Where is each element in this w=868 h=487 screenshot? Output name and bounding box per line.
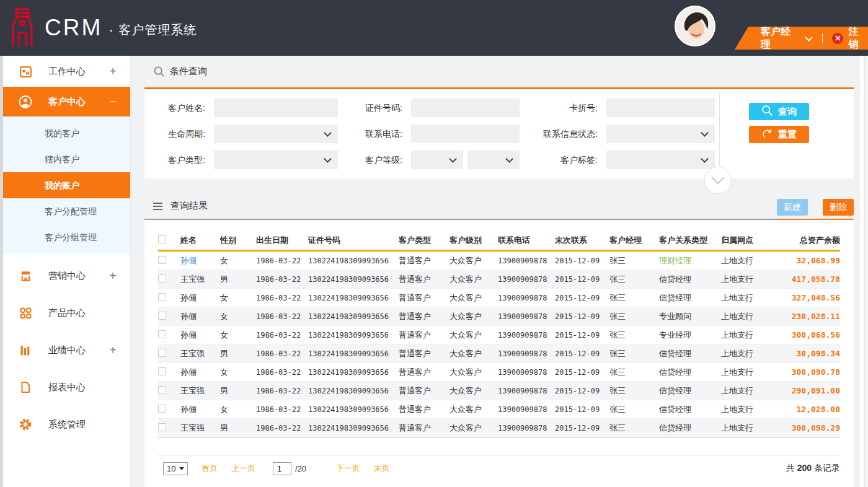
customer-level-select-1[interactable] (411, 151, 463, 169)
content-scrollbar[interactable] (858, 56, 865, 487)
expand-plus-icon[interactable]: + (109, 269, 117, 283)
row-checkbox[interactable] (158, 423, 166, 431)
record-count: 共 200 条记录 (786, 463, 840, 474)
row-checkbox[interactable] (158, 293, 166, 301)
next-page-link[interactable]: 下一页 (336, 463, 360, 474)
row-checkbox[interactable] (158, 367, 166, 375)
cell-name: 孙俪 (180, 292, 220, 304)
table-row: 孙俪女1986-03-22130224198309093656普通客户大众客户1… (158, 363, 840, 382)
expand-plus-icon[interactable]: + (109, 64, 117, 79)
logout-icon[interactable] (832, 33, 843, 44)
customer-type-select[interactable] (214, 151, 338, 169)
sidebar-item-performance-center[interactable]: 业绩中心+ (0, 335, 130, 366)
cell-last: 2015-12-09 (555, 275, 609, 284)
page-number-input[interactable] (273, 462, 291, 475)
cell-gender: 女 (220, 255, 256, 266)
column-header-id: 证件号码 (308, 235, 399, 246)
record-count-suffix: 条记录 (814, 463, 840, 473)
sidebar-item-label: 工作中心 (48, 66, 86, 77)
sidebar-item-customer-center[interactable]: 客户中心− (0, 87, 130, 116)
contact-phone-input[interactable] (411, 125, 520, 143)
sidebar-submenu: 我的客户辖内客户我的账户客户分配管理客户分组管理 (0, 116, 130, 254)
grid-icon (19, 306, 32, 320)
sidebar-subitem-我的账户[interactable]: 我的账户 (0, 172, 130, 198)
sidebar-item-label: 业绩中心 (48, 344, 86, 356)
last-page-link[interactable]: 末页 (374, 463, 390, 474)
sidebar-scrollbar[interactable] (0, 56, 3, 487)
life-cycle-select[interactable] (214, 125, 338, 143)
card-number-input[interactable] (606, 99, 715, 117)
row-checkbox[interactable] (158, 386, 166, 394)
expand-plus-icon[interactable]: + (109, 343, 117, 358)
sidebar-subitem-客户分组管理[interactable]: 客户分组管理 (0, 224, 130, 250)
table-row: 王宝强男1986-03-22130224198309093656普通客户大众客户… (158, 419, 840, 437)
cell-id: 130224198309093656 (308, 257, 399, 265)
cell-level: 大众客户 (450, 255, 498, 266)
cell-name: 孙俪 (180, 311, 220, 322)
document-icon (19, 380, 32, 394)
table-row: 孙俪女1986-03-22130224198309093656普通客户大众客户1… (158, 289, 840, 307)
sidebar-item-system-management[interactable]: 系统管理 (0, 409, 130, 440)
select-all-checkbox[interactable] (158, 235, 166, 244)
chevron-down-icon[interactable] (805, 33, 813, 44)
prev-page-link[interactable]: 上一页 (231, 463, 255, 474)
reset-button[interactable]: 重置 (749, 126, 809, 143)
delete-button[interactable]: 删除 (823, 199, 854, 216)
row-checkbox[interactable] (158, 349, 166, 357)
cell-balance: 30,098.34 (773, 349, 840, 358)
cell-type: 普通客户 (399, 292, 450, 304)
sidebar-item-work-center[interactable]: 工作中心+ (0, 56, 130, 87)
cell-gender: 男 (220, 385, 256, 397)
sidebar-item-label: 营销中心 (48, 270, 86, 282)
row-checkbox[interactable] (158, 405, 166, 413)
cell-type: 普通客户 (399, 274, 450, 285)
row-checkbox[interactable] (158, 330, 166, 338)
cell-birth: 1986-03-22 (256, 405, 308, 414)
user-avatar[interactable] (675, 6, 715, 46)
sidebar-subitem-客户分配管理[interactable]: 客户分配管理 (0, 198, 130, 224)
column-header-balance: 总资产余额 (773, 235, 840, 246)
sidebar-item-product-center[interactable]: 产品中心 (0, 297, 130, 328)
sidebar-item-report-center[interactable]: 报表中心 (0, 372, 130, 403)
new-button[interactable]: 新建 (777, 199, 808, 216)
role-dropdown[interactable]: 客户经理 (761, 25, 799, 51)
cell-branch: 上地支行 (721, 348, 773, 359)
customer-name-input[interactable] (214, 99, 338, 117)
first-page-link[interactable]: 首页 (202, 463, 218, 474)
column-header-last: 末次联系 (555, 235, 609, 246)
contact-info-status-select[interactable] (606, 125, 715, 143)
query-button[interactable]: 查询 (749, 103, 809, 120)
sidebar-subitem-辖内客户[interactable]: 辖内客户 (0, 146, 130, 172)
row-checkbox[interactable] (158, 274, 166, 283)
cell-manager: 张三 (609, 274, 659, 285)
chart-bars-icon (19, 343, 32, 357)
sidebar-subitem-我的客户[interactable]: 我的客户 (0, 120, 130, 146)
results-header-underline-accent (777, 219, 854, 220)
id-number-input[interactable] (411, 99, 520, 117)
row-checkbox-cell (158, 367, 180, 377)
cell-name: 王宝强 (180, 385, 220, 397)
form-divider (719, 93, 720, 166)
sidebar-item-label: 系统管理 (48, 419, 86, 431)
cell-birth: 1986-03-22 (256, 275, 308, 284)
row-checkbox[interactable] (158, 256, 166, 264)
logout-button[interactable]: 注销 (849, 25, 868, 51)
cell-last: 2015-12-09 (555, 368, 609, 377)
customer-level-select-2[interactable] (467, 151, 520, 169)
table-row: 孙俪女1986-03-22130224198309093656普通客户大众客户1… (158, 252, 840, 270)
cell-manager: 张三 (609, 311, 659, 322)
sidebar-item-marketing-center[interactable]: 营销中心+ (0, 260, 130, 291)
cell-id: 130224198309093656 (308, 275, 399, 284)
row-checkbox[interactable] (158, 312, 166, 320)
expand-toggle[interactable] (704, 167, 732, 194)
row-checkbox-cell (158, 274, 180, 284)
sidebar-item-label: 报表中心 (48, 382, 86, 393)
life-cycle-label: 生命周期: (153, 125, 205, 143)
collapse-minus-icon[interactable]: − (109, 95, 117, 109)
row-checkbox-cell (158, 293, 180, 303)
cell-id: 130224198309093656 (308, 368, 399, 377)
cell-name[interactable]: 孙俪 (180, 255, 220, 266)
logo-dot: · (108, 21, 113, 38)
page-size-select[interactable]: 10 (163, 462, 188, 475)
customer-tag-select[interactable] (606, 151, 715, 169)
